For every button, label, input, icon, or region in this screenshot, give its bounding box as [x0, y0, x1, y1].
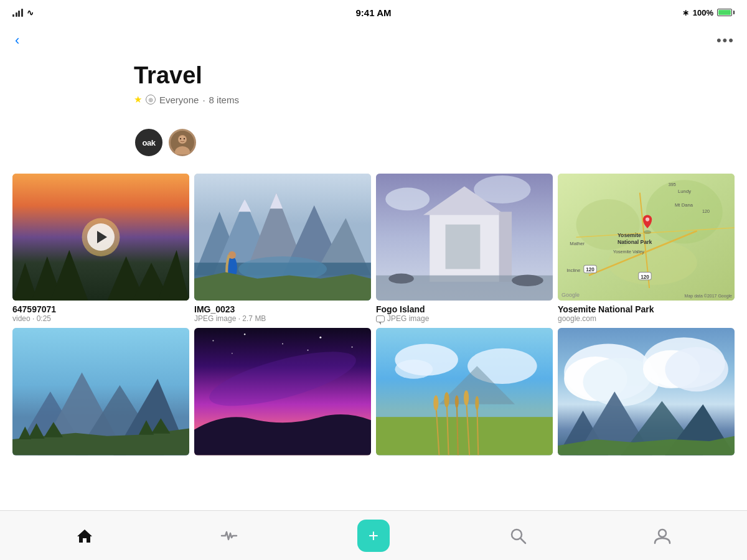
grid-item-2[interactable]: IMG_0023 JPEG image · 2.7 MB [194, 174, 371, 323]
play-triangle-icon [97, 231, 107, 243]
item-4-title: Yosemite National Park [558, 304, 735, 314]
svg-text:395: 395 [669, 182, 676, 187]
avatar-oak[interactable]: oak [134, 128, 164, 157]
visibility-label: Everyone [159, 95, 199, 105]
svg-point-91 [444, 393, 449, 408]
add-icon: + [369, 527, 378, 544]
mountain-svg [12, 328, 189, 455]
svg-rect-84 [376, 418, 553, 455]
tab-search[interactable] [446, 527, 590, 544]
tab-activity[interactable] [157, 527, 301, 544]
grid-item-1[interactable]: 647597071 video · 0:25 [12, 174, 189, 323]
svg-point-5 [184, 138, 185, 139]
thumb-3 [376, 174, 553, 301]
bluetooth-icon: ∗ [682, 8, 689, 17]
svg-text:Lundy: Lundy [678, 189, 691, 194]
tab-bar: + [0, 510, 747, 560]
person-face-svg [171, 131, 194, 154]
page-header: Travel ★ ⊕ Everyone · 8 items [0, 56, 747, 118]
fjord-svg [194, 174, 371, 301]
grid-item-6[interactable] [194, 328, 371, 455]
status-left: ∿ [12, 8, 34, 17]
item-4-subtitle: google.com [558, 314, 735, 323]
thumb-7 [376, 328, 553, 455]
svg-point-90 [433, 396, 438, 411]
grid-item-8[interactable] [558, 328, 735, 455]
svg-point-74 [319, 337, 321, 338]
grid-item-3[interactable]: Fogo Island JPEG image [376, 174, 553, 323]
search-icon [509, 527, 527, 544]
cabin-svg [376, 174, 553, 301]
tab-home[interactable] [12, 527, 157, 544]
svg-point-77 [308, 350, 309, 351]
wifi-icon: ∿ [27, 8, 34, 17]
purple-sky-svg [194, 328, 371, 455]
svg-text:120: 120 [586, 267, 594, 273]
svg-point-35 [388, 274, 414, 284]
avatar-face-icon [169, 129, 196, 156]
signal-icon [12, 8, 23, 17]
back-button[interactable]: ‹ [12, 30, 22, 51]
battery-icon [717, 9, 735, 16]
svg-point-4 [180, 138, 181, 139]
svg-point-94 [475, 396, 479, 410]
thumb-8 [558, 328, 735, 455]
battery-percent: 100% [693, 8, 713, 17]
item-1-subtitle: video · 0:25 [12, 314, 189, 323]
grid-item-4[interactable]: 120 120 Yosemite National Park Yosemite … [558, 174, 735, 323]
svg-point-57 [644, 230, 651, 234]
clouds-svg [558, 328, 735, 455]
svg-text:Incline: Incline [566, 268, 580, 273]
svg-point-58 [646, 218, 649, 222]
status-bar: ∿ 9:41 AM ∗ 100% [0, 0, 747, 25]
add-button[interactable]: + [357, 520, 390, 552]
globe-icon: ⊕ [146, 95, 156, 105]
grid-item-5[interactable] [12, 328, 189, 455]
thumb-4: 120 120 Yosemite National Park Yosemite … [558, 174, 735, 301]
svg-marker-107 [77, 530, 92, 543]
avatar-person[interactable] [167, 128, 197, 157]
map-credit: Map data ©2017 Google [685, 294, 732, 298]
grid-item-7[interactable] [376, 328, 553, 455]
more-button[interactable]: ••• [716, 32, 735, 49]
svg-text:120: 120 [702, 209, 710, 214]
svg-point-71 [212, 340, 214, 342]
tab-add[interactable]: + [301, 520, 446, 552]
avatar-oak-label: oak [143, 138, 156, 147]
thumb-2 [194, 174, 371, 301]
avatars-row: oak [0, 118, 747, 167]
media-grid: 647597071 video · 0:25 [0, 167, 747, 468]
star-icon: ★ [134, 94, 142, 105]
svg-marker-26 [194, 272, 371, 301]
svg-point-82 [395, 360, 433, 380]
flowers-svg [376, 328, 553, 455]
item-1-title: 647597071 [12, 304, 189, 314]
status-time: 9:41 AM [356, 7, 392, 18]
svg-point-72 [244, 334, 245, 335]
svg-text:Mt Dana: Mt Dana [675, 202, 693, 208]
svg-text:120: 120 [641, 274, 649, 280]
thumb-5 [12, 328, 189, 455]
svg-point-28 [385, 187, 430, 210]
home-icon [76, 527, 93, 544]
tab-profile[interactable] [590, 527, 735, 544]
google-watermark: Google [561, 292, 580, 298]
comment-icon [376, 315, 385, 322]
map-svg: 120 120 Yosemite National Park Yosemite … [558, 174, 735, 301]
svg-point-110 [659, 530, 666, 537]
svg-text:Yosemite: Yosemite [618, 232, 641, 238]
item-3-subtitle: JPEG image [376, 314, 553, 323]
item-2-subtitle: JPEG image · 2.7 MB [194, 314, 371, 323]
play-button[interactable] [87, 223, 115, 251]
nav-bar: ‹ ••• [0, 25, 747, 56]
svg-point-73 [282, 343, 283, 345]
svg-point-101 [665, 347, 728, 392]
svg-point-92 [455, 396, 459, 408]
svg-point-36 [512, 275, 543, 286]
item-count: 8 items [209, 95, 239, 105]
svg-point-76 [232, 353, 233, 355]
page-meta: ★ ⊕ Everyone · 8 items [134, 94, 722, 105]
svg-point-75 [352, 347, 353, 348]
svg-text:Yosemite Valley: Yosemite Valley [613, 250, 644, 254]
status-right: ∗ 100% [682, 8, 735, 17]
